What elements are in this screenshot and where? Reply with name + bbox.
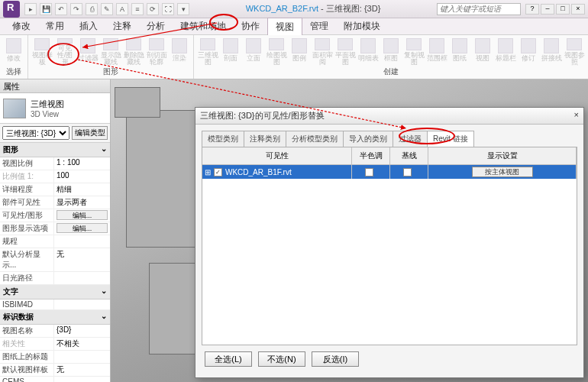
min-icon[interactable]: –	[541, 4, 554, 15]
ribbon-button[interactable]: 修订	[518, 37, 539, 66]
ribbon-button[interactable]: 标题栏	[495, 37, 516, 66]
ribbon-button[interactable]: 过滤器	[77, 37, 99, 66]
ribbon-icon	[406, 38, 422, 50]
ribbon-button[interactable]: 复制视图	[403, 37, 425, 66]
checkbox-icon[interactable]: ✓	[214, 168, 222, 176]
ribbon-label: 拼接线	[541, 55, 562, 62]
app-icon[interactable]	[3, 1, 20, 18]
tab-analyze[interactable]: 分析	[139, 18, 173, 35]
ribbon-button[interactable]: 拼接线	[541, 37, 562, 66]
qat-btn[interactable]: ✎	[101, 3, 113, 15]
tab-site[interactable]: 建筑和场地	[173, 18, 234, 35]
select-none-button[interactable]: 不选(N)	[258, 351, 305, 367]
prop-value[interactable]: 无	[53, 248, 110, 271]
qat-undo-icon[interactable]: ↶	[55, 3, 67, 15]
prop-value[interactable]	[53, 377, 110, 382]
edit-button[interactable]: 编辑...	[57, 223, 108, 233]
ribbon-button[interactable]: 明细表	[357, 37, 379, 66]
qat-redo-icon[interactable]: ↷	[70, 3, 82, 15]
qat-print-icon[interactable]: ⎙	[86, 3, 98, 15]
ribbon-button[interactable]: 图例	[289, 37, 310, 66]
ribbon-button[interactable]: 图纸	[449, 37, 470, 66]
prop-category[interactable]: 文字⌄	[0, 285, 110, 299]
link-row[interactable]: ⊞✓WKCD_AR_B1F.rvt 按主体视图	[202, 165, 577, 179]
ribbon-button[interactable]: 框图	[380, 37, 402, 66]
prop-key: 比例值 1:	[0, 170, 53, 183]
ribbon-button[interactable]: 立面	[243, 37, 264, 66]
dialog-tab[interactable]: 分析模型类别	[286, 131, 344, 147]
ribbon-button[interactable]: 视图参照	[564, 37, 585, 66]
close-icon[interactable]: ×	[571, 4, 585, 15]
prop-value[interactable]: 无	[53, 364, 110, 376]
help-icon[interactable]: ?	[525, 4, 539, 15]
prop-value[interactable]: 1 : 100	[53, 157, 110, 170]
qat-dropdown-icon[interactable]: ▾	[177, 3, 189, 15]
prop-value[interactable]: 精细	[53, 183, 110, 196]
ribbon-button[interactable]: 修改	[3, 37, 24, 66]
ribbon-button[interactable]: 渲染	[169, 37, 190, 66]
col-halftone[interactable]: 半色调	[352, 147, 390, 164]
ribbon-button[interactable]: 删除隐藏线	[123, 37, 144, 66]
ribbon-button[interactable]: 面积审阅	[312, 37, 333, 66]
dialog-tab[interactable]: Revit 链接	[427, 131, 474, 147]
ribbon-button[interactable]: 视图	[472, 37, 493, 66]
select-all-button[interactable]: 全选(L)	[205, 351, 252, 367]
tab-view[interactable]: 视图	[267, 18, 302, 36]
prop-category[interactable]: 图形⌄	[0, 143, 110, 157]
ribbon-button[interactable]: 范围框	[426, 37, 447, 66]
dialog-tab[interactable]: 注释类别	[244, 131, 286, 147]
qat-btn[interactable]: ≡	[131, 3, 144, 15]
instance-selector[interactable]: 三维视图: {3D}	[2, 126, 69, 140]
view-type-icon	[3, 99, 26, 118]
prop-value[interactable]: 编辑...	[53, 209, 110, 222]
ribbon-button[interactable]: 绘图视图	[266, 37, 287, 66]
qat-sync-icon[interactable]: ⟳	[147, 3, 159, 15]
tab-modify[interactable]: 修改	[5, 18, 38, 35]
tab-addins[interactable]: 附加模块	[336, 18, 388, 35]
prop-value[interactable]: 100	[53, 170, 110, 183]
checkbox-icon[interactable]	[403, 168, 412, 176]
tab-home[interactable]: 常用	[38, 18, 72, 35]
ribbon: 修改选择视图样板可见性/图形过滤器显示隐藏线删除隐藏线剖切面轮廓渲染图形三维视图…	[0, 35, 588, 79]
prop-category[interactable]: 标识数据⌄	[0, 310, 110, 325]
col-underlay[interactable]: 基线	[390, 147, 428, 164]
prop-value[interactable]: 不相关	[53, 338, 110, 350]
ribbon-button[interactable]: 平面视图	[334, 37, 356, 66]
display-settings-button[interactable]: 按主体视图	[472, 167, 533, 177]
ribbon-button[interactable]: 视图样板	[31, 37, 53, 66]
ribbon-button[interactable]: 可见性/图形	[54, 37, 76, 66]
dialog-tab[interactable]: 导入的类别	[343, 131, 393, 147]
qat-open-icon[interactable]: ▸	[24, 3, 37, 15]
col-display[interactable]: 显示设置	[428, 147, 577, 164]
ribbon-button[interactable]: 显示隐藏线	[100, 37, 121, 66]
dialog-close-icon[interactable]: ×	[574, 110, 579, 121]
prop-value[interactable]	[53, 351, 110, 363]
ribbon-button[interactable]: 三维视图	[197, 37, 218, 66]
search-input[interactable]	[437, 3, 521, 15]
prop-value[interactable]	[53, 235, 110, 248]
edit-button[interactable]: 编辑...	[57, 210, 108, 220]
tab-insert[interactable]: 插入	[72, 18, 105, 35]
prop-value[interactable]: {3D}	[53, 325, 110, 337]
col-visibility[interactable]: 可见性	[202, 147, 352, 164]
type-selector[interactable]: 三维视图 3D View	[0, 93, 110, 124]
invert-button[interactable]: 反选(I)	[312, 351, 359, 367]
ribbon-button[interactable]: 剖面	[220, 37, 241, 66]
checkbox-icon[interactable]	[365, 168, 373, 176]
ribbon-icon	[292, 38, 307, 53]
dialog-tab[interactable]: 模型类别	[202, 131, 244, 147]
prop-value[interactable]: 编辑...	[53, 222, 110, 235]
tab-collab[interactable]: 协作	[234, 18, 267, 35]
prop-value[interactable]	[53, 272, 110, 284]
prop-value[interactable]	[53, 299, 110, 309]
edit-type-button[interactable]: 编辑类型	[72, 126, 108, 140]
tab-manage[interactable]: 管理	[302, 18, 336, 35]
qat-save-icon[interactable]: 💾	[40, 3, 52, 15]
dialog-tab[interactable]: 过滤器	[393, 131, 428, 147]
tab-annotate[interactable]: 注释	[105, 18, 139, 35]
qat-btn[interactable]: A	[116, 3, 128, 15]
max-icon[interactable]: □	[556, 4, 570, 15]
ribbon-button[interactable]: 剖切面轮廓	[146, 37, 167, 66]
prop-value[interactable]: 显示两者	[53, 196, 110, 209]
qat-btn[interactable]: ⛶	[162, 3, 174, 15]
